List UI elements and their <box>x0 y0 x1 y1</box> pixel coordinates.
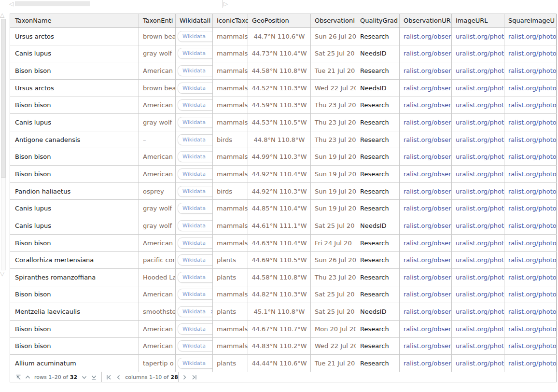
cell-iconic-taxon[interactable]: mammals <box>213 28 248 45</box>
column-header-iconic_taxon[interactable]: IconicTaxo <box>213 14 248 28</box>
cell-quality-grade[interactable]: Research <box>356 286 400 303</box>
cell-taxon-name[interactable]: Canis lupus <box>10 217 139 234</box>
wikidata-chip[interactable]: Wikidata lf <box>178 203 213 214</box>
cell-image-url[interactable]: uralist.org/photo <box>452 45 504 62</box>
wikidata-chip[interactable]: Wikidata ir <box>178 31 213 42</box>
scroll-last-rows-icon[interactable] <box>89 373 98 381</box>
cell-image-url[interactable]: uralist.org/photo <box>452 321 504 337</box>
cell-taxon-name[interactable]: Bison bison <box>10 166 139 182</box>
cell-wikidata-id[interactable]: Wikidata oi <box>176 131 213 148</box>
cell-iconic-taxon[interactable]: plants <box>213 252 248 268</box>
cell-iconic-taxon[interactable]: mammals <box>213 321 248 337</box>
cell-square-image-url[interactable]: ralist.org/photo <box>504 62 557 79</box>
cell-image-url[interactable]: uralist.org/photo <box>452 28 504 45</box>
cell-square-image-url[interactable]: ralist.org/photo <box>504 45 557 62</box>
cell-wikidata-id[interactable]: Wikidata h <box>176 252 213 268</box>
cell-square-image-url[interactable]: ralist.org/photo <box>504 217 557 234</box>
cell-observed-on[interactable]: Sat 25 Jul 20 <box>311 286 356 303</box>
cell-observed-on[interactable]: Wed 22 Jul 20 <box>311 338 356 355</box>
cell-taxon-name[interactable]: Mentzelia laevicaulis <box>10 303 139 320</box>
column-header-taxon_entity[interactable]: TaxonEnti <box>139 14 176 28</box>
cell-taxon-name[interactable]: Spiranthes romanzoffiana <box>10 269 139 286</box>
cell-quality-grade[interactable]: Research <box>356 355 400 372</box>
cell-square-image-url[interactable]: ralist.org/photo <box>504 321 557 337</box>
cell-observation-url[interactable]: ralist.org/obser <box>400 235 452 252</box>
cell-quality-grade[interactable]: NeedsID <box>356 217 400 234</box>
cell-image-url[interactable]: uralist.org/photo <box>452 80 504 97</box>
cell-geo-position[interactable]: 44.82°N 110.3°W <box>248 286 311 303</box>
wikidata-chip[interactable]: Wikidata ie <box>178 323 213 335</box>
cell-taxon-entity[interactable]: American <box>139 321 176 337</box>
cell-observation-url[interactable]: ralist.org/obser <box>400 166 452 182</box>
cell-taxon-name[interactable]: Canis lupus <box>10 200 139 217</box>
cell-image-url[interactable]: uralist.org/photo <box>452 148 504 165</box>
cell-geo-position[interactable]: 44.83°N 110.2°W <box>248 338 311 355</box>
cell-observation-url[interactable]: ralist.org/obser <box>400 338 452 355</box>
cell-iconic-taxon[interactable]: mammals <box>213 286 248 303</box>
cell-observation-url[interactable]: ralist.org/obser <box>400 286 452 303</box>
cell-taxon-entity[interactable]: gray wolf <box>139 45 176 62</box>
cell-square-image-url[interactable]: ralist.org/photo <box>504 28 557 45</box>
cell-image-url[interactable]: uralist.org/photo <box>452 269 504 286</box>
cell-image-url[interactable]: uralist.org/photo <box>452 62 504 79</box>
cell-quality-grade[interactable]: NeedsID <box>356 303 400 320</box>
cell-iconic-taxon[interactable]: mammals <box>213 235 248 252</box>
cell-square-image-url[interactable]: ralist.org/photo <box>504 355 557 372</box>
cell-image-url[interactable]: uralist.org/photo <box>452 166 504 182</box>
cell-geo-position[interactable]: 44.7°N 110.6°W <box>248 28 311 45</box>
cell-wikidata-id[interactable]: Wikidata lf <box>176 45 213 62</box>
cell-wikidata-id[interactable]: Wikidata ie <box>176 148 213 165</box>
cell-iconic-taxon[interactable]: mammals <box>213 148 248 165</box>
wikidata-chip[interactable]: Wikidata ie <box>178 272 213 283</box>
cell-quality-grade[interactable]: Research <box>356 183 400 200</box>
cell-square-image-url[interactable]: ralist.org/photo <box>504 97 557 114</box>
cell-image-url[interactable]: uralist.org/photo <box>452 183 504 200</box>
cell-iconic-taxon[interactable]: plants <box>213 303 248 320</box>
cell-taxon-entity[interactable]: gray wolf <box>139 114 176 131</box>
cell-observation-url[interactable]: ralist.org/obser <box>400 321 452 337</box>
cell-wikidata-id[interactable]: Wikidata ie <box>176 338 213 355</box>
cell-iconic-taxon[interactable]: mammals <box>213 114 248 131</box>
cell-observed-on[interactable]: Wed 22 Jul 20 <box>311 80 356 97</box>
cell-wikidata-id[interactable]: Wikidata ie <box>176 235 213 252</box>
cell-geo-position[interactable]: 44.58°N 110.8°W <box>248 62 311 79</box>
cell-geo-position[interactable]: 44.53°N 110.5°W <box>248 114 311 131</box>
cell-wikidata-id[interactable]: Wikidata ie <box>176 62 213 79</box>
wikidata-chip[interactable]: Wikidata ze <box>178 306 213 317</box>
cell-taxon-name[interactable]: Ursus arctos <box>10 80 139 97</box>
cell-image-url[interactable]: uralist.org/photo <box>452 217 504 234</box>
cell-observation-url[interactable]: ralist.org/obser <box>400 269 452 286</box>
wikidata-chip[interactable]: Wikidata lf <box>178 117 213 128</box>
cell-taxon-name[interactable]: Canis lupus <box>10 45 139 62</box>
cell-taxon-name[interactable]: Ursus arctos <box>10 28 139 45</box>
vscroll-down-button[interactable]: ▽ <box>0 270 4 277</box>
vscroll-up-button[interactable]: △ <box>0 12 4 18</box>
wikidata-chip[interactable]: Wikidata lf <box>178 48 213 59</box>
vscroll-thumb[interactable] <box>1 19 6 178</box>
column-header-geo_position[interactable]: GeoPosition <box>248 14 311 28</box>
cell-quality-grade[interactable]: Research <box>356 131 400 148</box>
cell-taxon-name[interactable]: Pandion haliaetus <box>10 183 139 200</box>
column-header-quality_grade[interactable]: QualityGrad <box>356 14 400 28</box>
wikidata-chip[interactable]: Wikidata ie <box>178 289 213 300</box>
cell-quality-grade[interactable]: Research <box>356 97 400 114</box>
wikidata-chip[interactable]: Wikidata ie <box>178 99 213 111</box>
hscroll-left-button[interactable]: ◁ <box>9 0 14 8</box>
column-header-square_image_url[interactable]: SquareImageU <box>504 14 557 28</box>
cell-taxon-name[interactable]: Bison bison <box>10 321 139 337</box>
cell-observed-on[interactable]: Sun 19 Jul 20 <box>311 200 356 217</box>
cell-geo-position[interactable]: 44.92°N 110.3°W <box>248 183 311 200</box>
cell-image-url[interactable]: uralist.org/photo <box>452 252 504 268</box>
first-columns-icon[interactable] <box>104 373 113 381</box>
cell-wikidata-id[interactable]: Wikidata ie <box>176 97 213 114</box>
cell-image-url[interactable]: uralist.org/photo <box>452 235 504 252</box>
cell-geo-position[interactable]: 45.1°N 110.8°W <box>248 303 311 320</box>
cell-wikidata-id[interactable]: Wikidata ie <box>176 269 213 286</box>
cell-iconic-taxon[interactable]: mammals <box>213 166 248 182</box>
wikidata-chip[interactable]: Wikidata ie <box>178 151 213 162</box>
cell-taxon-entity[interactable]: American <box>139 97 176 114</box>
cell-square-image-url[interactable]: ralist.org/photo <box>504 303 557 320</box>
cell-iconic-taxon[interactable]: mammals <box>213 80 248 97</box>
cell-quality-grade[interactable]: Research <box>356 235 400 252</box>
column-header-taxon_name[interactable]: TaxonName <box>10 14 139 28</box>
